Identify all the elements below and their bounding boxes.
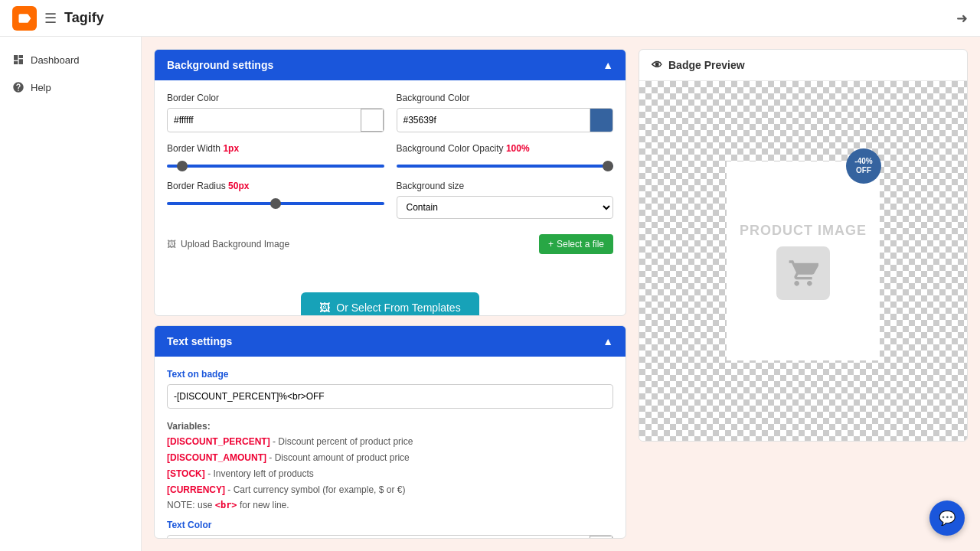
var-currency: [CURRENCY] - Cart currency symbol (for e…: [167, 483, 613, 497]
text-color-input[interactable]: [168, 537, 590, 539]
background-color-label: Background Color: [397, 93, 614, 103]
text-settings-body: Text on badge Variables: [DISCOUNT_PERCE…: [155, 357, 626, 539]
right-panel: 👁 Badge Preview PRODUCT IMAGE -40% OFF: [639, 49, 968, 539]
main-layout: Dashboard Help Background settings ▲ Bo: [0, 37, 980, 551]
bg-opacity-value: 100%: [506, 143, 530, 154]
var-name-discount-percent: [DISCOUNT_PERCENT]: [167, 436, 270, 447]
app-logo: [12, 6, 37, 31]
select-templates-button[interactable]: 🖼 Or Select From Templates: [301, 292, 479, 316]
border-radius-label: Border Radius 50px: [167, 181, 384, 191]
sidebar-item-dashboard[interactable]: Dashboard: [0, 46, 141, 73]
chat-button[interactable]: 💬: [929, 500, 965, 536]
text-settings-title: Text settings: [167, 335, 232, 347]
var-name-discount-amount: [DISCOUNT_AMOUNT]: [167, 452, 266, 463]
var-desc-stock: - Inventory left of products: [207, 468, 314, 479]
app-title: Tagify: [64, 10, 104, 26]
background-size-label: Background size: [397, 181, 614, 191]
border-width-group: Border Width 1px: [167, 143, 384, 170]
bg-opacity-slider[interactable]: [397, 165, 614, 168]
select-file-button[interactable]: + Select a file: [539, 234, 613, 254]
var-desc-discount-amount: - Discount amount of product price: [269, 452, 409, 463]
help-icon: [12, 81, 24, 93]
badge-preview-section: 👁 Badge Preview PRODUCT IMAGE -40% OFF: [639, 49, 968, 442]
border-width-slider[interactable]: [167, 165, 384, 168]
color-row: Border Color Background Color: [167, 93, 613, 132]
radius-size-row: Border Radius 50px Background size Conta…: [167, 181, 613, 219]
border-width-value: 1px: [223, 143, 239, 154]
badge-bubble: -40% OFF: [846, 148, 881, 184]
chat-icon: 💬: [939, 510, 956, 527]
background-size-group: Background size Contain Cover Auto: [397, 181, 614, 219]
product-image-container: PRODUCT IMAGE: [727, 161, 880, 360]
var-discount-amount: [DISCOUNT_AMOUNT] - Discount amount of p…: [167, 451, 613, 465]
border-color-label: Border Color: [167, 93, 384, 103]
logo-icon: [17, 11, 32, 26]
cart-icon-bg: [776, 246, 830, 300]
text-settings-header: Text settings ▲: [155, 326, 626, 357]
content-area: Background settings ▲ Border Color: [142, 37, 980, 551]
badge-off: OFF: [856, 166, 871, 175]
upload-icon: 🖼: [167, 239, 176, 249]
select-file-label: Select a file: [557, 239, 604, 249]
background-color-input[interactable]: [397, 110, 590, 130]
text-settings-collapse[interactable]: ▲: [603, 335, 613, 347]
select-file-plus: +: [548, 239, 554, 249]
border-color-input-group: [167, 108, 384, 132]
border-width-label: Border Width 1px: [167, 143, 384, 154]
border-radius-slider[interactable]: [167, 202, 384, 205]
preview-header: 👁 Badge Preview: [639, 50, 967, 81]
text-on-badge-input[interactable]: [167, 384, 613, 409]
variables-section: Variables: [DISCOUNT_PERCENT] - Discount…: [167, 421, 613, 510]
left-panel: Background settings ▲ Border Color: [154, 49, 626, 539]
var-name-stock: [STOCK]: [167, 468, 205, 479]
var-stock: [STOCK] - Inventory left of products: [167, 467, 613, 481]
background-settings-body: Border Color Background Color: [155, 80, 626, 316]
border-color-input[interactable]: [168, 110, 361, 130]
width-opacity-row: Border Width 1px Background Color Opacit…: [167, 143, 613, 170]
background-settings-header: Background settings ▲: [155, 50, 626, 80]
var-desc-currency: - Cart currency symbol (for example, $ o…: [227, 484, 405, 495]
var-desc-discount-percent: - Discount percent of product price: [273, 436, 413, 447]
border-radius-group: Border Radius 50px: [167, 181, 384, 219]
br-tag: <br>: [215, 500, 237, 510]
background-settings-section: Background settings ▲ Border Color: [154, 49, 626, 316]
top-bar-left: ☰ Tagify: [12, 6, 104, 31]
background-color-group: Background Color: [397, 93, 614, 132]
var-name-currency: [CURRENCY]: [167, 484, 225, 495]
sidebar-item-label: Dashboard: [31, 54, 80, 66]
sidebar-item-help[interactable]: Help: [0, 73, 141, 101]
upload-label-text: Upload Background Image: [181, 239, 289, 249]
templates-row: 🖼 Or Select From Templates: [167, 277, 613, 316]
product-image-text: PRODUCT IMAGE: [740, 223, 867, 239]
background-settings-title: Background settings: [167, 59, 273, 71]
background-color-input-group: [397, 108, 614, 132]
badge-discount: -40%: [854, 157, 872, 166]
hamburger-icon[interactable]: ☰: [44, 10, 57, 27]
text-color-label: Text Color: [167, 520, 613, 530]
background-color-swatch[interactable]: [590, 109, 612, 132]
preview-title: Badge Preview: [668, 59, 745, 71]
text-color-swatch[interactable]: [590, 536, 612, 539]
border-color-swatch[interactable]: [361, 109, 384, 132]
border-color-group: Border Color: [167, 93, 384, 132]
bg-opacity-group: Background Color Opacity 100%: [397, 143, 614, 170]
upload-section: 🖼 Upload Background Image + Select a fil…: [167, 230, 613, 259]
variables-label: Variables:: [167, 421, 613, 432]
text-color-input-group: [167, 535, 613, 539]
eye-icon: 👁: [652, 59, 662, 71]
sidebar: Dashboard Help: [0, 37, 142, 551]
note-text: NOTE: use <br> for new line.: [167, 500, 613, 510]
templates-icon: 🖼: [319, 302, 330, 314]
text-settings-section: Text settings ▲ Text on badge Variables:…: [154, 325, 626, 539]
upload-label: 🖼 Upload Background Image: [167, 239, 289, 249]
sidebar-item-label: Help: [31, 82, 51, 93]
dashboard-icon: [12, 54, 24, 66]
border-radius-value: 50px: [228, 181, 249, 191]
templates-label: Or Select From Templates: [336, 302, 460, 314]
var-discount-percent: [DISCOUNT_PERCENT] - Discount percent of…: [167, 435, 613, 448]
exit-icon[interactable]: ➜: [956, 10, 968, 27]
background-settings-collapse[interactable]: ▲: [603, 59, 613, 71]
background-size-select[interactable]: Contain Cover Auto: [397, 196, 614, 219]
text-on-badge-label: Text on badge: [167, 369, 613, 380]
cart-icon: [788, 258, 818, 289]
